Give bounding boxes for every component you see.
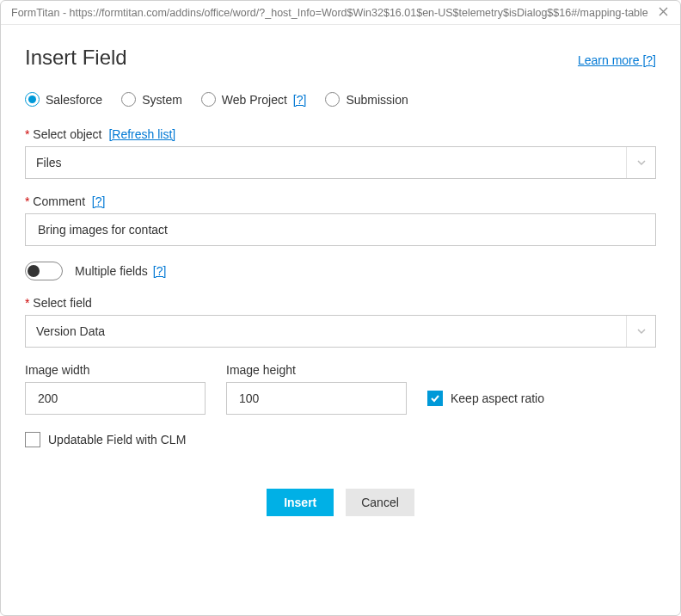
radio-web-project[interactable]: Web Project [?]	[201, 92, 307, 107]
comment-field: * Comment [?]	[25, 194, 656, 246]
multiple-fields-help-link[interactable]: [?]	[153, 264, 167, 278]
keep-aspect-row: Keep aspect ratio	[427, 382, 544, 415]
checkmark-icon	[430, 393, 440, 403]
radio-icon	[25, 92, 40, 107]
page-title: Insert Field	[25, 46, 127, 70]
titlebar: FormTitan - https://formtitan.com/addins…	[1, 1, 680, 25]
select-object-field: * Select object [Refresh list] Files	[25, 127, 656, 179]
select-object-label: * Select object [Refresh list]	[25, 127, 656, 141]
image-width-input-wrap	[25, 382, 206, 415]
comment-input-wrap	[25, 213, 656, 246]
button-row: Insert Cancel	[25, 489, 656, 516]
refresh-list-link[interactable]: [Refresh list]	[108, 127, 175, 141]
image-height-input-wrap	[226, 382, 407, 415]
image-width-field: Image width	[25, 363, 206, 415]
updatable-clm-row: Updatable Field with CLM	[25, 432, 656, 447]
multiple-fields-label: Multiple fields	[75, 264, 148, 278]
updatable-clm-checkbox[interactable]	[25, 432, 40, 447]
dialog-content: Insert Field Learn more [?] Salesforce S…	[1, 25, 680, 516]
select-field-label: * Select field	[25, 296, 656, 310]
radio-salesforce[interactable]: Salesforce	[25, 92, 102, 107]
comment-label: * Comment [?]	[25, 194, 656, 208]
keep-aspect-checkbox[interactable]	[427, 391, 443, 406]
select-value: Files	[36, 156, 626, 169]
radio-label: Submission	[346, 93, 408, 107]
radio-submission[interactable]: Submission	[325, 92, 408, 107]
radio-icon	[121, 92, 136, 107]
image-size-row: Image width Image height Keep aspect rat…	[25, 363, 656, 415]
required-asterisk: *	[25, 296, 29, 310]
radio-system[interactable]: System	[121, 92, 182, 107]
radio-label: Web Project	[222, 93, 287, 107]
comment-help-link[interactable]: [?]	[92, 194, 106, 208]
learn-more-link[interactable]: Learn more [?]	[578, 53, 656, 67]
label-text: Select field	[33, 296, 91, 310]
chevron-down-icon	[626, 147, 655, 178]
image-height-field: Image height	[226, 363, 407, 415]
image-height-label: Image height	[226, 363, 407, 377]
select-value: Version Data	[36, 324, 626, 338]
chevron-down-icon	[626, 316, 655, 347]
radio-label: System	[142, 93, 182, 107]
select-field-block: * Select field Version Data	[25, 296, 656, 348]
toggle-knob	[28, 265, 40, 277]
select-object-dropdown[interactable]: Files	[25, 146, 656, 179]
image-width-label: Image width	[25, 363, 206, 377]
web-project-help-link[interactable]: [?]	[293, 93, 307, 107]
cancel-button[interactable]: Cancel	[346, 489, 414, 516]
label-text: Comment	[33, 194, 85, 208]
label-text: Select object	[33, 127, 101, 141]
close-icon[interactable]	[654, 7, 672, 19]
radio-icon	[325, 92, 340, 107]
radio-icon	[201, 92, 216, 107]
image-height-input[interactable]	[237, 391, 396, 406]
radio-label: Salesforce	[46, 93, 102, 107]
keep-aspect-label: Keep aspect ratio	[451, 391, 544, 405]
titlebar-text: FormTitan - https://formtitan.com/addins…	[11, 7, 654, 19]
multiple-fields-row: Multiple fields [?]	[25, 262, 656, 280]
insert-button[interactable]: Insert	[267, 489, 334, 516]
updatable-clm-label: Updatable Field with CLM	[48, 433, 186, 447]
select-field-dropdown[interactable]: Version Data	[25, 315, 656, 348]
image-width-input[interactable]	[36, 391, 194, 406]
dialog-window: FormTitan - https://formtitan.com/addins…	[0, 0, 681, 616]
source-radio-group: Salesforce System Web Project [?] Submis…	[25, 92, 656, 107]
multiple-fields-toggle[interactable]	[25, 262, 63, 280]
comment-input[interactable]	[36, 222, 645, 237]
required-asterisk: *	[25, 127, 29, 141]
required-asterisk: *	[25, 194, 29, 208]
